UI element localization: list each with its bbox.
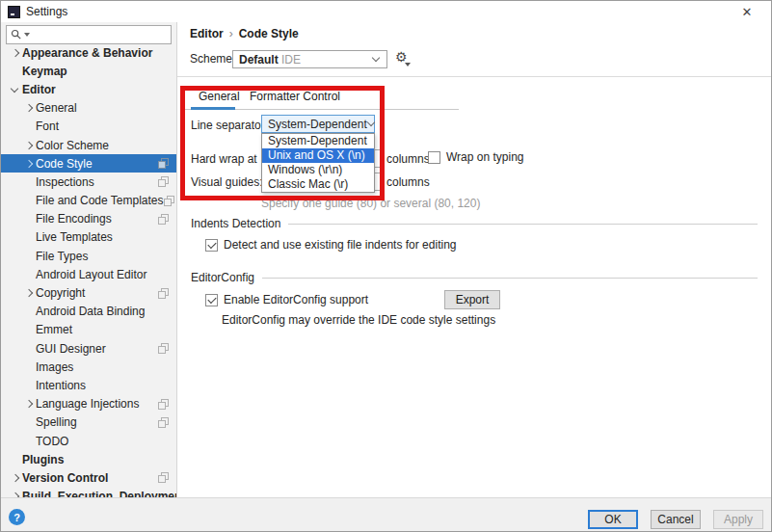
sidebar-item-label: Android Layout Editor — [36, 268, 146, 281]
detect-indents-row[interactable]: Detect and use existing file indents for… — [205, 238, 456, 252]
override-settings-icon — [158, 417, 169, 428]
sidebar-item-font[interactable]: Font — [1, 118, 176, 136]
chevron-right-icon[interactable] — [22, 101, 36, 115]
chevron-spacer — [22, 250, 36, 263]
sidebar-item-file-encodings[interactable]: File Encodings — [1, 210, 176, 228]
sidebar-item-android-data-binding[interactable]: Android Data Binding — [1, 303, 176, 321]
sidebar-item-editor[interactable]: Editor — [1, 80, 176, 98]
ok-button[interactable]: OK — [588, 510, 638, 529]
section-rule — [288, 224, 758, 225]
tab-general[interactable]: General — [199, 90, 240, 103]
sidebar-item-label: Keymap — [22, 65, 67, 78]
enable-editorconfig-label: Enable EditorConfig support — [224, 293, 368, 306]
chevron-spacer — [22, 305, 36, 318]
enable-editorconfig-row[interactable]: Enable EditorConfig support — [205, 293, 368, 306]
visual-guides-hint: Specify one guide (80) or several (80, 1… — [261, 197, 480, 210]
chevron-spacer — [22, 175, 36, 189]
sidebar-item-label: Code Style — [36, 157, 93, 171]
chevron-right-icon[interactable] — [22, 157, 36, 171]
sidebar-item-images[interactable]: Images — [1, 358, 176, 376]
enable-editorconfig-checkbox[interactable] — [205, 294, 218, 306]
search-filter-caret-icon[interactable] — [24, 33, 30, 37]
wrap-on-typing-label: Wrap on typing — [446, 150, 524, 164]
sidebar-item-build-execution-deployment[interactable]: Build, Execution, Deployment — [1, 488, 176, 498]
line-separator-popup: System-DependentUnix and OS X (\n)Window… — [261, 133, 375, 193]
sidebar-item-gui-designer[interactable]: GUI Designer — [1, 339, 176, 358]
sidebar-item-inspections[interactable]: Inspections — [1, 173, 176, 191]
scheme-select[interactable]: Default IDE — [232, 50, 387, 68]
indents-detection-section: Indents Detection — [191, 217, 758, 230]
export-button[interactable]: Export — [444, 290, 500, 309]
override-settings-icon — [158, 158, 169, 169]
sidebar-item-android-layout-editor[interactable]: Android Layout Editor — [1, 265, 176, 283]
hard-wrap-suffix: columns — [386, 152, 430, 166]
sidebar-item-general[interactable]: General — [1, 99, 176, 118]
breadcrumb: Editor›Code Style — [190, 27, 299, 40]
sidebar-item-appearance-behavior[interactable]: Appearance & Behavior — [1, 43, 176, 62]
search-input[interactable] — [6, 25, 172, 44]
close-icon[interactable]: ✕ — [732, 1, 761, 22]
sidebar-item-label: File and Code Templates — [36, 194, 164, 207]
chevron-right-icon[interactable] — [9, 490, 22, 497]
chevron-right-icon[interactable] — [9, 46, 22, 60]
chevron-spacer — [22, 415, 36, 429]
settings-sidebar: Appearance & BehaviorKeymapEditorGeneral… — [1, 22, 177, 497]
breadcrumb-separator-icon: › — [224, 27, 239, 40]
help-icon[interactable]: ? — [9, 509, 25, 525]
wrap-on-typing-checkbox[interactable] — [428, 151, 440, 164]
scheme-actions-button[interactable]: ⚙ — [395, 50, 408, 65]
line-separator-select[interactable]: System-Dependent — [261, 115, 375, 133]
sidebar-item-intentions[interactable]: Intentions — [1, 376, 176, 394]
dropdown-option-unix-and-os-x-n[interactable]: Unix and OS X (\n) — [262, 148, 374, 163]
scheme-value-suffix: IDE — [281, 53, 301, 66]
sidebar-item-label: Version Control — [22, 471, 108, 485]
chevron-down-icon — [367, 120, 368, 128]
sidebar-item-code-style[interactable]: Code Style — [1, 154, 176, 173]
gear-caret-icon — [405, 63, 411, 66]
window-title: Settings — [26, 5, 67, 18]
sidebar-item-label: File Types — [36, 250, 88, 263]
sidebar-item-label: Font — [36, 120, 59, 133]
dropdown-option-system-dependent[interactable]: System-Dependent — [262, 134, 374, 148]
sidebar-item-label: Plugins — [22, 453, 64, 466]
chevron-right-icon[interactable] — [22, 286, 36, 300]
chevron-spacer — [22, 268, 36, 281]
sidebar-item-emmet[interactable]: Emmet — [1, 321, 176, 339]
sidebar-item-todo[interactable]: TODO — [1, 432, 176, 450]
sidebar-item-label: Build, Execution, Deployment — [22, 490, 177, 497]
sidebar-item-label: Appearance & Behavior — [22, 46, 152, 60]
sidebar-item-version-control[interactable]: Version Control — [1, 468, 176, 487]
sidebar-item-label: Emmet — [36, 323, 72, 336]
chevron-right-icon[interactable] — [22, 397, 36, 411]
sidebar-item-spelling[interactable]: Spelling — [1, 413, 176, 432]
sidebar-item-label: Live Templates — [36, 230, 113, 244]
scheme-value: Default — [239, 53, 279, 66]
sidebar-item-language-injections[interactable]: Language Injections — [1, 395, 176, 413]
sidebar-item-file-types[interactable]: File Types — [1, 247, 176, 265]
settings-window: Settings ✕ Appearance & BehaviorKeymapEd… — [0, 0, 772, 532]
active-tab-underline — [191, 107, 235, 110]
title-bar: Settings ✕ — [1, 1, 771, 22]
hard-wrap-label: Hard wrap at — [191, 152, 257, 166]
scheme-label: Scheme: — [190, 52, 235, 66]
dropdown-option-classic-mac-r[interactable]: Classic Mac (\r) — [262, 177, 374, 192]
sidebar-item-color-scheme[interactable]: Color Scheme — [1, 136, 176, 154]
sidebar-item-label: Copyright — [36, 286, 85, 300]
chevron-down-icon[interactable] — [9, 83, 22, 96]
section-rule — [262, 278, 758, 279]
sidebar-item-file-and-code-templates[interactable]: File and Code Templates — [1, 192, 176, 210]
sidebar-item-plugins[interactable]: Plugins — [1, 450, 176, 468]
chevron-right-icon[interactable] — [9, 471, 22, 485]
dropdown-option-windows-r-n[interactable]: Windows (\r\n) — [262, 163, 374, 177]
override-settings-icon — [158, 176, 169, 187]
tab-formatter-control[interactable]: Formatter Control — [250, 90, 340, 103]
editorconfig-section: EditorConfig — [191, 271, 758, 284]
wrap-on-typing-row[interactable]: Wrap on typing — [428, 150, 524, 164]
cancel-button[interactable]: Cancel — [651, 510, 701, 529]
breadcrumb-editor[interactable]: Editor — [190, 27, 224, 40]
sidebar-item-copyright[interactable]: Copyright — [1, 283, 176, 302]
sidebar-item-keymap[interactable]: Keymap — [1, 62, 176, 80]
sidebar-item-live-templates[interactable]: Live Templates — [1, 228, 176, 247]
chevron-right-icon[interactable] — [22, 139, 36, 152]
detect-indents-checkbox[interactable] — [205, 239, 218, 252]
